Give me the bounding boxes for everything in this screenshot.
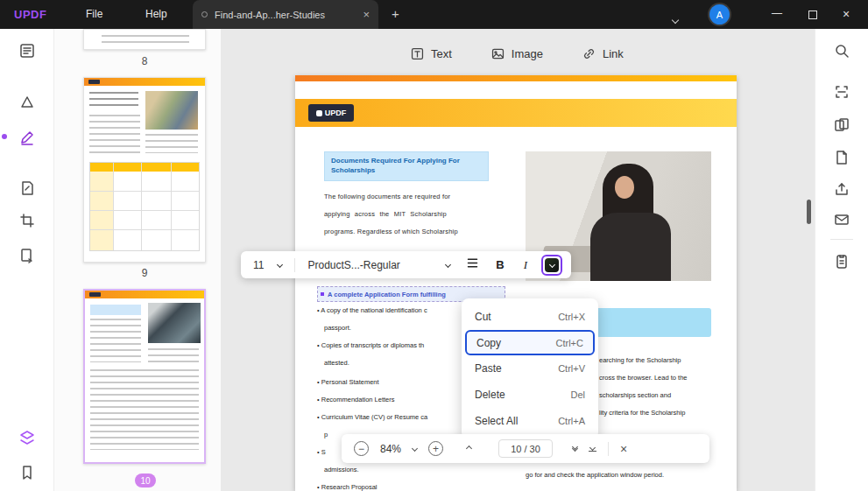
search-icon[interactable] <box>831 40 852 61</box>
page-top-stripe <box>295 75 737 81</box>
toolbar-divider <box>294 258 295 272</box>
zoom-in-button[interactable]: + <box>428 441 443 456</box>
page-9-thumbnail[interactable] <box>83 77 206 263</box>
doc-line: • Research Proposal <box>317 483 378 491</box>
avatar[interactable]: A <box>709 4 730 25</box>
doc-line: earching for the Scholarship <box>599 356 681 364</box>
page-8-number: 8 <box>83 55 206 67</box>
menu-item-delete[interactable]: Delete Del <box>462 382 598 408</box>
titlebar: UPDF File Help Find-and-Ap...her-Studies… <box>0 0 868 29</box>
edit-pdf-icon[interactable] <box>17 127 38 148</box>
doc-line: go for and check the application window … <box>526 471 664 479</box>
menu-item-cut[interactable]: Cut Ctrl+X <box>462 304 598 330</box>
share-icon[interactable] <box>831 179 852 200</box>
bookmark-icon[interactable] <box>17 462 38 483</box>
minimize-button[interactable]: — <box>772 7 782 19</box>
ai-assistant-icon[interactable] <box>17 427 38 448</box>
active-tool-indicator <box>2 134 7 139</box>
previous-page-button[interactable] <box>466 445 472 452</box>
reader-mode-icon[interactable] <box>17 40 38 61</box>
link-tool-label: Link <box>603 47 624 60</box>
last-page-button[interactable] <box>589 445 596 452</box>
link-tool-icon <box>582 46 596 61</box>
thumbnail-art <box>90 229 199 230</box>
comment-icon[interactable] <box>17 92 38 113</box>
email-icon[interactable] <box>831 209 852 230</box>
doc-line: scholarships section and <box>599 391 671 399</box>
zoom-out-button[interactable]: − <box>354 441 369 456</box>
extract-page-icon[interactable] <box>831 147 852 168</box>
page-header-band: UPDF <box>295 99 737 127</box>
thumbnail-art <box>90 305 141 315</box>
toolbar-divider <box>608 442 609 456</box>
tab-list-chevron-icon[interactable] <box>673 11 678 26</box>
page-8-thumbnail[interactable] <box>83 29 206 50</box>
page-updf-logo: UPDF <box>308 104 354 122</box>
file-menu[interactable]: File <box>86 8 102 20</box>
thumbnail-art <box>84 78 205 86</box>
text-tool-button[interactable]: Text <box>410 46 452 61</box>
menu-label: Paste <box>475 362 502 375</box>
image-tool-label: Image <box>512 47 543 60</box>
thumbnail-art <box>90 369 199 450</box>
menu-item-paste[interactable]: Paste Ctrl+V <box>462 355 598 382</box>
intro-line: applying across the MIT Scholarship <box>324 210 447 218</box>
page-10-number-active: 10 <box>135 473 156 487</box>
thumbnail-art <box>90 319 141 362</box>
doc-line: passport. <box>324 324 351 332</box>
link-tool-button[interactable]: Link <box>582 46 624 61</box>
selected-text: A complete Application Form fulfilling <box>328 291 446 298</box>
font-color-swatch <box>545 258 559 272</box>
menu-item-select-all[interactable]: Select All Ctrl+A <box>462 408 598 434</box>
font-size-dropdown[interactable]: 11 <box>250 259 286 271</box>
thumbnail-art <box>89 115 140 153</box>
thumbnail-art <box>89 292 101 297</box>
new-tab-button[interactable]: + <box>392 6 399 21</box>
bold-button[interactable]: B <box>490 258 510 271</box>
chevron-down-icon <box>445 262 451 268</box>
page-navigation-toolbar: − 84% + 10 / 30 × <box>342 434 709 463</box>
close-toolbar-button[interactable]: × <box>620 442 627 456</box>
organize-pages-icon[interactable] <box>17 245 38 266</box>
thumbnail-art <box>89 92 138 109</box>
thumbnail-art <box>90 163 199 172</box>
crop-icon[interactable] <box>17 210 38 231</box>
updf-logo: UPDF <box>14 8 46 21</box>
font-color-button[interactable] <box>541 255 562 276</box>
maximize-button[interactable] <box>808 11 817 19</box>
chevron-down-icon <box>589 445 596 451</box>
page-indicator[interactable]: 10 / 30 <box>498 439 553 458</box>
doc-line: p <box>324 431 328 438</box>
menu-shortcut: Ctrl+X <box>558 312 585 322</box>
canvas-scrollbar-thumb[interactable] <box>807 200 811 224</box>
tab-close-icon[interactable]: × <box>363 9 370 20</box>
doc-line: admissions. <box>324 466 359 473</box>
image-tool-button[interactable]: Image <box>490 46 543 61</box>
tab-favicon-icon <box>201 11 208 18</box>
zoom-dropdown-chevron-icon[interactable] <box>412 445 418 452</box>
line-spacing-button[interactable] <box>462 256 482 274</box>
help-menu[interactable]: Help <box>145 8 167 20</box>
edit-toolbar: Text Image Link <box>410 39 624 67</box>
ocr-icon[interactable] <box>831 81 852 102</box>
page-logo-text: UPDF <box>325 109 347 117</box>
window-close-button[interactable]: × <box>843 7 850 21</box>
menu-shortcut: Ctrl+C <box>556 338 583 348</box>
menu-label: Select All <box>475 415 518 427</box>
text-format-toolbar: 11 ProductS...-Regular B I <box>241 251 571 278</box>
thumbnail-art <box>85 291 204 298</box>
attachment-icon[interactable] <box>831 251 852 272</box>
scroll-down-button[interactable] <box>573 447 577 451</box>
menu-shortcut: Del <box>570 389 585 400</box>
italic-button[interactable]: I <box>519 258 533 272</box>
font-family-dropdown[interactable]: ProductS...-Regular <box>304 259 454 271</box>
compare-icon[interactable] <box>831 115 852 136</box>
thumbnail-art <box>145 91 198 130</box>
menu-shortcut: Ctrl+V <box>558 363 585 374</box>
menu-item-copy[interactable]: Copy Ctrl+C <box>465 330 595 355</box>
doc-line: • Copies of transcripts or diplomas th <box>317 341 424 349</box>
zoom-level[interactable]: 84% <box>380 443 401 455</box>
document-tab[interactable]: Find-and-Ap...her-Studies × <box>193 0 378 29</box>
fill-sign-icon[interactable] <box>17 178 38 199</box>
page-10-thumbnail[interactable] <box>83 289 206 464</box>
